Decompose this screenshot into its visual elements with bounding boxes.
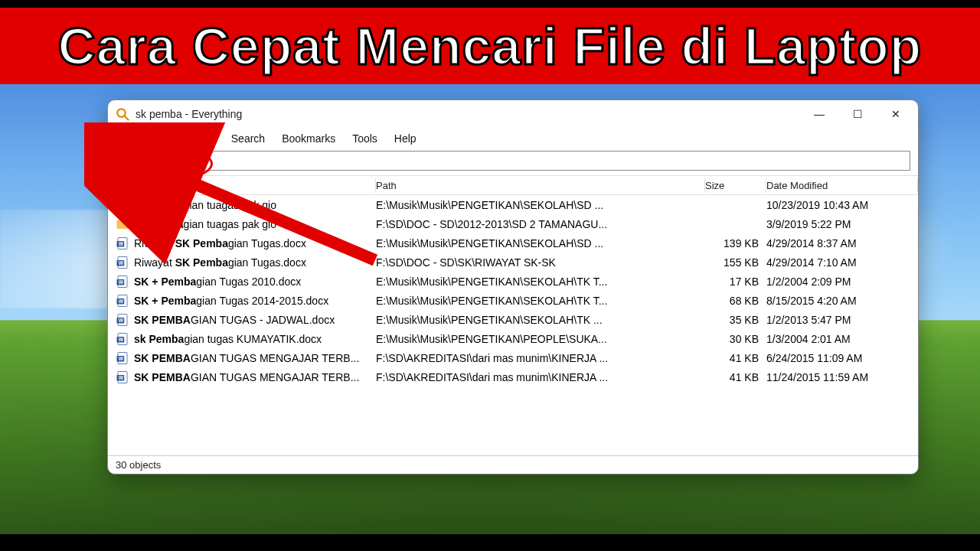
word-doc-icon bbox=[116, 351, 129, 365]
file-date: 1/2/2004 2:09 PM bbox=[766, 276, 918, 288]
file-size: 35 KB bbox=[705, 314, 766, 326]
file-size: 41 KB bbox=[705, 371, 766, 383]
folder-icon bbox=[116, 217, 129, 231]
svg-line-1 bbox=[124, 116, 128, 119]
file-name: sk pembagian tuagas pak gio bbox=[134, 199, 276, 211]
file-name: SK + Pembagian Tugas 2010.docx bbox=[134, 276, 301, 288]
word-doc-icon bbox=[116, 256, 129, 269]
table-row[interactable]: SK + Pembagian Tugas 2014-2015.docxE:\Mu… bbox=[108, 291, 918, 310]
word-doc-icon bbox=[116, 370, 129, 384]
table-row[interactable]: SK PEMBAGIAN TUGAS MENGAJAR TERB...F:\SD… bbox=[108, 367, 918, 386]
file-path: E:\Musik\Musik\PENGETIKAN\SEKOLAH\SD ... bbox=[376, 199, 705, 211]
word-doc-icon bbox=[116, 313, 129, 327]
file-size: 17 KB bbox=[705, 276, 766, 288]
file-date: 3/9/2019 5:22 PM bbox=[766, 218, 918, 230]
file-date: 4/29/2014 8:37 AM bbox=[766, 237, 918, 249]
file-name: sk pembagian tuagas pak gio bbox=[134, 218, 276, 230]
file-size: 41 KB bbox=[705, 352, 766, 364]
file-date: 4/29/2014 7:10 AM bbox=[766, 256, 918, 269]
file-date: 11/24/2015 11:59 AM bbox=[766, 371, 918, 383]
file-size: 68 KB bbox=[705, 295, 766, 307]
word-doc-icon bbox=[116, 236, 129, 250]
status-bar: 30 objects bbox=[108, 455, 918, 474]
window-title: sk pemba - Everything bbox=[136, 108, 242, 120]
header-size[interactable]: Size bbox=[705, 176, 766, 194]
file-date: 1/2/2013 5:47 PM bbox=[766, 314, 918, 326]
letterbox-bottom bbox=[0, 534, 980, 551]
minimize-button[interactable]: — bbox=[800, 101, 838, 127]
search-input[interactable] bbox=[116, 151, 910, 171]
file-date: 10/23/2019 10:43 AM bbox=[766, 199, 918, 211]
header-date[interactable]: Date Modified bbox=[766, 176, 918, 194]
app-icon bbox=[116, 107, 129, 121]
file-date: 8/15/2015 4:20 AM bbox=[766, 295, 918, 307]
file-size: 139 KB bbox=[705, 237, 766, 249]
file-path: E:\Musik\Musik\PENGETIKAN\SEKOLAH\SD ... bbox=[376, 237, 705, 249]
file-path: F:\SD\AKREDITASI\dari mas munim\KINERJA … bbox=[376, 371, 705, 383]
file-date: 6/24/2015 11:09 AM bbox=[766, 352, 918, 364]
file-name: SK PEMBAGIAN TUGAS MENGAJAR TERB... bbox=[134, 371, 359, 383]
menu-file[interactable]: File bbox=[114, 130, 147, 147]
file-name: sk Pembagian tugas KUMAYATIK.docx bbox=[134, 333, 322, 345]
banner-title: Cara Cepat Mencari File di Laptop bbox=[58, 16, 923, 76]
file-path: F:\SD\AKREDITASI\dari mas munim\KINERJA … bbox=[376, 352, 705, 364]
table-row[interactable]: Riwayat SK Pembagian Tugas.docxE:\Musik\… bbox=[108, 233, 918, 253]
maximize-button[interactable]: ☐ bbox=[838, 101, 877, 127]
file-path: E:\Musik\Musik\PENGETIKAN\SEKOLAH\TK T..… bbox=[376, 295, 705, 307]
table-row[interactable]: Riwayat SK Pembagian Tugas.docxF:\SD\DOC… bbox=[108, 253, 918, 272]
results-list[interactable]: sk pembagian tuagas pak gioE:\Musik\Musi… bbox=[108, 195, 918, 455]
table-row[interactable]: SK PEMBAGIAN TUGAS - JADWAL.docxE:\Musik… bbox=[108, 310, 918, 329]
menu-help[interactable]: Help bbox=[387, 130, 424, 147]
menu-bookmarks[interactable]: Bookmarks bbox=[274, 130, 343, 147]
column-headers: Name Path Size Date Modified bbox=[108, 175, 918, 195]
letterbox-top bbox=[0, 0, 980, 8]
header-name[interactable]: Name bbox=[116, 176, 376, 194]
file-path: F:\SD\DOC - SD\2012-2013\SD 2 TAMANAGU..… bbox=[376, 218, 705, 230]
header-path[interactable]: Path bbox=[376, 176, 705, 194]
folder-icon bbox=[116, 198, 129, 212]
menu-view[interactable]: View bbox=[184, 130, 222, 147]
close-button[interactable]: ✕ bbox=[877, 101, 915, 127]
word-doc-icon bbox=[116, 294, 129, 308]
file-name: SK PEMBAGIAN TUGAS - JADWAL.docx bbox=[134, 314, 335, 326]
file-path: E:\Musik\Musik\PENGETIKAN\PEOPLE\SUKA... bbox=[376, 333, 705, 345]
word-doc-icon bbox=[116, 332, 129, 346]
file-name: SK + Pembagian Tugas 2014-2015.docx bbox=[134, 295, 328, 307]
table-row[interactable]: SK + Pembagian Tugas 2010.docxE:\Musik\M… bbox=[108, 272, 918, 291]
menu-edit[interactable]: Edit bbox=[149, 130, 182, 147]
file-date: 1/3/2004 2:01 AM bbox=[766, 333, 918, 345]
file-path: E:\Musik\Musik\PENGETIKAN\SEKOLAH\TK T..… bbox=[376, 276, 705, 288]
file-size: 30 KB bbox=[705, 333, 766, 345]
menu-bar: File Edit View Search Bookmarks Tools He… bbox=[108, 128, 918, 149]
title-banner: Cara Cepat Mencari File di Laptop bbox=[0, 8, 980, 84]
table-row[interactable]: sk Pembagian tugas KUMAYATIK.docxE:\Musi… bbox=[108, 329, 918, 348]
everything-window: sk pemba - Everything — ☐ ✕ File Edit Vi… bbox=[107, 99, 919, 474]
table-row[interactable]: sk pembagian tuagas pak gioF:\SD\DOC - S… bbox=[108, 214, 918, 233]
file-path: F:\SD\DOC - SD\SK\RIWAYAT SK-SK bbox=[376, 256, 705, 269]
file-name: Riwayat SK Pembagian Tugas.docx bbox=[134, 237, 306, 249]
menu-tools[interactable]: Tools bbox=[345, 130, 385, 147]
file-name: Riwayat SK Pembagian Tugas.docx bbox=[134, 256, 306, 269]
table-row[interactable]: SK PEMBAGIAN TUGAS MENGAJAR TERB...F:\SD… bbox=[108, 348, 918, 367]
status-text: 30 objects bbox=[116, 459, 161, 471]
file-path: E:\Musik\Musik\PENGETIKAN\SEKOLAH\TK ... bbox=[376, 314, 705, 326]
word-doc-icon bbox=[116, 275, 129, 289]
file-name: SK PEMBAGIAN TUGAS MENGAJAR TERB... bbox=[134, 352, 359, 364]
menu-search[interactable]: Search bbox=[224, 130, 273, 147]
file-size: 155 KB bbox=[705, 256, 766, 269]
table-row[interactable]: sk pembagian tuagas pak gioE:\Musik\Musi… bbox=[108, 195, 918, 214]
titlebar[interactable]: sk pemba - Everything — ☐ ✕ bbox=[108, 100, 918, 128]
